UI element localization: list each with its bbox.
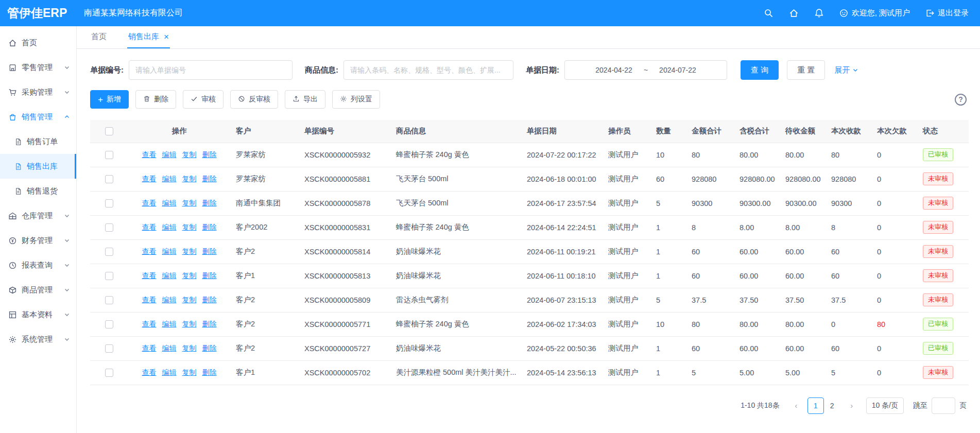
logout-button[interactable]: 退出登录 xyxy=(925,8,969,18)
sidebar-item-finance[interactable]: 财务管理 xyxy=(0,228,76,253)
row-checkbox[interactable] xyxy=(105,369,113,377)
select-all-checkbox[interactable] xyxy=(105,127,113,135)
sidebar-subitem-sales-order[interactable]: 销售订单 xyxy=(0,129,76,154)
row-op-delete-link[interactable]: 删除 xyxy=(202,271,217,280)
jump-to-input[interactable] xyxy=(932,397,955,414)
delete-button[interactable]: 删除 xyxy=(135,90,176,109)
row-checkbox[interactable] xyxy=(105,272,113,280)
row-checkbox[interactable] xyxy=(105,175,113,183)
row-checkbox[interactable] xyxy=(105,344,113,353)
row-op-view-link[interactable]: 查看 xyxy=(142,223,157,231)
sidebar-item-retail[interactable]: 零售管理 xyxy=(0,55,76,80)
row-op-delete-link[interactable]: 删除 xyxy=(202,223,217,231)
date-range-picker[interactable]: 2024-04-22 ~ 2024-07-22 xyxy=(564,60,727,80)
tab-home[interactable]: 首页 xyxy=(90,26,108,48)
cell-customer: 客户2 xyxy=(231,312,299,336)
row-op-view-link[interactable]: 查看 xyxy=(142,368,157,376)
row-op-copy-link[interactable]: 复制 xyxy=(182,271,197,280)
row-checkbox[interactable] xyxy=(105,296,113,304)
export-button[interactable]: 导出 xyxy=(285,90,325,109)
cell-amount: 928080 xyxy=(686,167,734,191)
sidebar-item-purchase[interactable]: 采购管理 xyxy=(0,80,76,105)
help-icon[interactable]: ? xyxy=(955,94,967,106)
row-checkbox[interactable] xyxy=(105,199,113,207)
sidebar-item-sales[interactable]: 销售管理 xyxy=(0,105,76,129)
row-op-copy-link[interactable]: 复制 xyxy=(182,368,197,376)
row-op-copy-link[interactable]: 复制 xyxy=(182,320,197,328)
row-op-edit-link[interactable]: 编辑 xyxy=(162,150,177,159)
row-op-view-link[interactable]: 查看 xyxy=(142,175,157,183)
unaudit-button[interactable]: 反审核 xyxy=(230,90,278,109)
row-op-copy-link[interactable]: 复制 xyxy=(182,247,197,255)
row-op-delete-link[interactable]: 删除 xyxy=(202,320,217,328)
row-op-delete-link[interactable]: 删除 xyxy=(202,296,217,304)
date-from-value[interactable]: 2024-04-22 xyxy=(595,66,632,74)
sidebar-item-basic[interactable]: 基本资料 xyxy=(0,302,76,327)
cell-amount: 90300 xyxy=(686,191,734,215)
welcome-user[interactable]: 欢迎您, 测试用户 xyxy=(839,8,910,18)
row-op-edit-link[interactable]: 编辑 xyxy=(162,344,177,352)
row-op-delete-link[interactable]: 删除 xyxy=(202,368,217,376)
doc-no-input[interactable] xyxy=(129,60,293,80)
row-op-view-link[interactable]: 查看 xyxy=(142,296,157,304)
row-op-copy-link[interactable]: 复制 xyxy=(182,150,197,159)
row-op-view-link[interactable]: 查看 xyxy=(142,247,157,255)
sidebar-subitem-sales-return[interactable]: 销售退货 xyxy=(0,179,76,203)
row-op-copy-link[interactable]: 复制 xyxy=(182,223,197,231)
row-op-view-link[interactable]: 查看 xyxy=(142,271,157,280)
sidebar-item-report[interactable]: 报表查询 xyxy=(0,253,76,278)
row-op-edit-link[interactable]: 编辑 xyxy=(162,223,177,231)
prev-page-button[interactable]: ‹ xyxy=(789,398,803,413)
row-op-delete-link[interactable]: 删除 xyxy=(202,175,217,183)
sidebar-item-product[interactable]: 商品管理 xyxy=(0,278,76,302)
page-1-button[interactable]: 1 xyxy=(807,397,824,414)
row-op-delete-link[interactable]: 删除 xyxy=(202,199,217,207)
sidebar-item-system[interactable]: 系统管理 xyxy=(0,327,76,352)
table-row: 查看编辑复制删除客户1XSCK00000005813奶油味爆米花2024-06-… xyxy=(90,264,969,288)
sidebar-item-warehouse[interactable]: 仓库管理 xyxy=(0,203,76,228)
next-page-button[interactable]: › xyxy=(845,398,859,413)
search-button[interactable]: 查 询 xyxy=(741,60,779,80)
sidebar-item-home[interactable]: 首页 xyxy=(0,30,76,55)
row-op-delete-link[interactable]: 删除 xyxy=(202,344,217,352)
reset-button[interactable]: 重 置 xyxy=(787,60,825,80)
row-op-copy-link[interactable]: 复制 xyxy=(182,175,197,183)
close-icon[interactable]: × xyxy=(164,32,169,41)
row-op-edit-link[interactable]: 编辑 xyxy=(162,175,177,183)
row-op-copy-link[interactable]: 复制 xyxy=(182,199,197,207)
home-icon[interactable] xyxy=(789,8,799,18)
page-size-select[interactable]: 10 条/页 xyxy=(866,397,904,414)
product-info-input[interactable] xyxy=(343,60,513,80)
row-op-delete-link[interactable]: 删除 xyxy=(202,247,217,255)
row-op-edit-link[interactable]: 编辑 xyxy=(162,199,177,207)
row-checkbox[interactable] xyxy=(105,248,113,256)
row-op-edit-link[interactable]: 编辑 xyxy=(162,368,177,376)
date-to-value[interactable]: 2024-07-22 xyxy=(659,66,696,74)
row-checkbox[interactable] xyxy=(105,151,113,159)
page-2-button[interactable]: 2 xyxy=(824,397,840,414)
row-op-view-link[interactable]: 查看 xyxy=(142,320,157,328)
cell-date: 2024-06-02 17:34:03 xyxy=(522,312,603,336)
search-icon[interactable] xyxy=(764,8,773,18)
row-op-edit-link[interactable]: 编辑 xyxy=(162,271,177,280)
row-op-edit-link[interactable]: 编辑 xyxy=(162,320,177,328)
row-op-view-link[interactable]: 查看 xyxy=(142,150,157,159)
row-checkbox[interactable] xyxy=(105,223,113,232)
row-op-view-link[interactable]: 查看 xyxy=(142,344,157,352)
sidebar-subitem-sales-outbound[interactable]: 销售出库 xyxy=(0,154,76,179)
add-button[interactable]: + 新增 xyxy=(90,90,129,109)
row-op-copy-link[interactable]: 复制 xyxy=(182,296,197,304)
row-op-edit-link[interactable]: 编辑 xyxy=(162,247,177,255)
row-op-edit-link[interactable]: 编辑 xyxy=(162,296,177,304)
bell-icon[interactable] xyxy=(814,8,824,18)
cell-product: 奶油味爆米花 xyxy=(391,264,522,288)
audit-button[interactable]: 审核 xyxy=(183,90,223,109)
row-op-copy-link[interactable]: 复制 xyxy=(182,344,197,352)
row-checkbox[interactable] xyxy=(105,320,113,328)
row-op-view-link[interactable]: 查看 xyxy=(142,199,157,207)
tab-sales-outbound[interactable]: 销售出库× xyxy=(127,26,170,48)
expand-link[interactable]: 展开 xyxy=(834,65,858,75)
cell-date: 2024-06-11 00:18:10 xyxy=(522,264,603,288)
row-op-delete-link[interactable]: 删除 xyxy=(202,150,217,159)
column-settings-button[interactable]: 列设置 xyxy=(332,90,380,109)
